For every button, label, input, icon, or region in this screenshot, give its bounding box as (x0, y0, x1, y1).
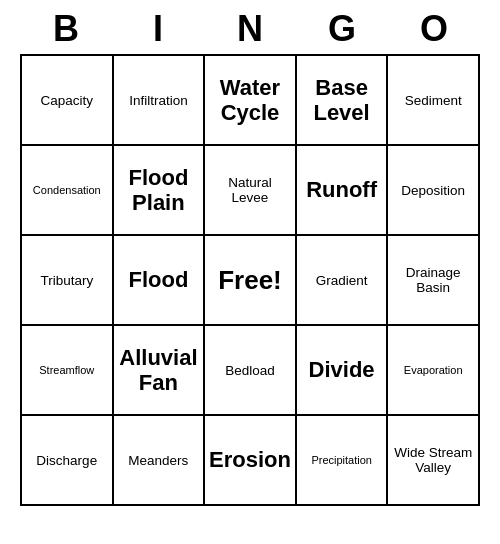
bingo-cell: Condensation (22, 146, 114, 236)
bingo-cell: Erosion (205, 416, 297, 506)
bingo-cell: Bedload (205, 326, 297, 416)
bingo-cell: Flood Plain (114, 146, 206, 236)
bingo-row: CondensationFlood PlainNatural LeveeRuno… (22, 146, 480, 236)
title-i: I (114, 8, 202, 50)
bingo-cell: Water Cycle (205, 56, 297, 146)
bingo-row: CapacityInfiltrationWater CycleBase Leve… (22, 56, 480, 146)
bingo-cell: Natural Levee (205, 146, 297, 236)
title-n: N (206, 8, 294, 50)
bingo-cell: Free! (205, 236, 297, 326)
bingo-cell: Sediment (388, 56, 480, 146)
bingo-grid: CapacityInfiltrationWater CycleBase Leve… (20, 54, 480, 506)
bingo-cell: Precipitation (297, 416, 389, 506)
bingo-cell: Gradient (297, 236, 389, 326)
bingo-row: StreamflowAlluvial FanBedloadDivideEvapo… (22, 326, 480, 416)
bingo-cell: Capacity (22, 56, 114, 146)
title-o: O (390, 8, 478, 50)
bingo-cell: Infiltration (114, 56, 206, 146)
bingo-cell: Deposition (388, 146, 480, 236)
bingo-cell: Tributary (22, 236, 114, 326)
bingo-cell: Divide (297, 326, 389, 416)
bingo-cell: Streamflow (22, 326, 114, 416)
title-b: B (22, 8, 110, 50)
bingo-cell: Runoff (297, 146, 389, 236)
bingo-cell: Wide Stream Valley (388, 416, 480, 506)
title-g: G (298, 8, 386, 50)
bingo-cell: Discharge (22, 416, 114, 506)
bingo-cell: Drainage Basin (388, 236, 480, 326)
bingo-cell: Flood (114, 236, 206, 326)
bingo-cell: Alluvial Fan (114, 326, 206, 416)
bingo-cell: Evaporation (388, 326, 480, 416)
bingo-cell: Base Level (297, 56, 389, 146)
bingo-cell: Meanders (114, 416, 206, 506)
bingo-title: B I N G O (20, 0, 480, 54)
bingo-row: DischargeMeandersErosionPrecipitationWid… (22, 416, 480, 506)
bingo-row: TributaryFloodFree!GradientDrainage Basi… (22, 236, 480, 326)
